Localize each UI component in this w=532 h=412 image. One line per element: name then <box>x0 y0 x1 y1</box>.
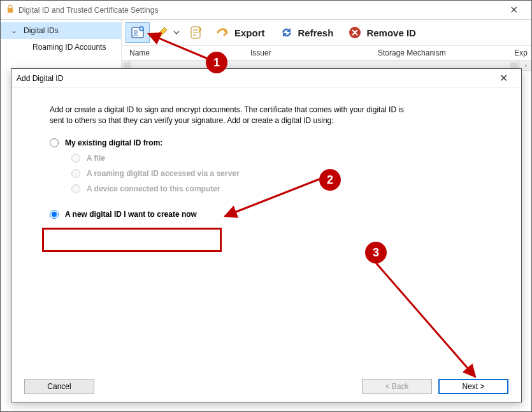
dialog-title: Add Digital ID <box>17 74 63 83</box>
cancel-button[interactable]: Cancel <box>24 379 94 394</box>
annotation-bubble-2: 2 <box>319 169 341 191</box>
radio-file-label: A file <box>87 154 105 163</box>
radio-existing-id[interactable]: My existing digital ID from: <box>50 135 496 151</box>
radio-file: A file <box>50 151 496 166</box>
refresh-label: Refresh <box>298 27 334 38</box>
svg-point-1 <box>134 31 138 34</box>
annotation-highlight <box>42 228 222 252</box>
col-issuer[interactable]: Issuer <box>247 47 374 59</box>
radio-roaming-label: A roaming digital ID accessed via a serv… <box>87 169 240 178</box>
close-icon[interactable]: ✕ <box>491 72 516 84</box>
annotation-bubble-1: 1 <box>206 52 227 73</box>
radio-roaming: A roaming digital ID accessed via a serv… <box>50 166 496 181</box>
annotation-bubble-3: 3 <box>365 242 387 263</box>
toolbar: Export Refresh Remove ID <box>122 20 531 46</box>
parent-title: Digital ID and Trusted Certificate Setti… <box>18 6 158 15</box>
radio-new-id[interactable]: A new digital ID I want to create now <box>50 207 496 222</box>
radio-file-input <box>71 154 80 163</box>
remove-id-button[interactable]: Remove ID <box>340 22 423 43</box>
radio-device-input <box>71 184 80 193</box>
parent-titlebar: Digital ID and Trusted Certificate Setti… <box>1 1 531 20</box>
radio-new-input[interactable] <box>50 210 59 219</box>
column-headers: Name Issuer Storage Mechanism Exp <box>122 46 531 60</box>
back-button: < Back <box>362 379 432 394</box>
sidebar-item-digital-ids[interactable]: ⌄ Digital IDs <box>1 22 121 39</box>
close-icon[interactable]: ✕ <box>501 4 526 16</box>
add-id-button[interactable] <box>126 22 150 43</box>
sidebar-item-label: Digital IDs <box>24 26 59 35</box>
export-button[interactable]: Export <box>208 22 272 43</box>
sidebar-item-roaming-accounts[interactable]: Roaming ID Accounts <box>1 39 121 55</box>
chevron-down-icon[interactable]: ⌄ <box>11 26 24 35</box>
details-button[interactable] <box>184 22 208 43</box>
sidebar-item-label: Roaming ID Accounts <box>32 43 106 52</box>
refresh-button[interactable]: Refresh <box>272 22 341 43</box>
radio-new-label: A new digital ID I want to create now <box>65 210 197 219</box>
next-button[interactable]: Next > <box>438 379 508 394</box>
radio-existing-label: My existing digital ID from: <box>65 138 162 147</box>
radio-roaming-input <box>71 169 80 178</box>
export-label: Export <box>234 27 265 38</box>
radio-device: A device connected to this computer <box>50 181 496 196</box>
remove-label: Remove ID <box>366 27 416 38</box>
dialog-intro-text: Add or create a digital ID to sign and e… <box>50 105 406 126</box>
sidebar: ⌄ Digital IDs Roaming ID Accounts <box>1 20 122 71</box>
col-name[interactable]: Name <box>126 47 247 59</box>
lock-icon <box>6 4 15 15</box>
dialog-button-row: Cancel < Back Next > <box>11 371 521 402</box>
radio-device-label: A device connected to this computer <box>87 184 220 193</box>
col-storage[interactable]: Storage Mechanism <box>374 47 495 59</box>
parent-body: ⌄ Digital IDs Roaming ID Accounts Export <box>1 20 531 71</box>
radio-existing-input[interactable] <box>50 138 59 147</box>
scroll-right-icon[interactable]: › <box>521 60 531 71</box>
dialog-titlebar: Add Digital ID ✕ <box>11 69 521 88</box>
col-expires[interactable]: Exp <box>495 47 531 59</box>
edit-button[interactable] <box>150 22 184 43</box>
add-digital-id-dialog: Add Digital ID ✕ Add or create a digital… <box>11 68 522 402</box>
